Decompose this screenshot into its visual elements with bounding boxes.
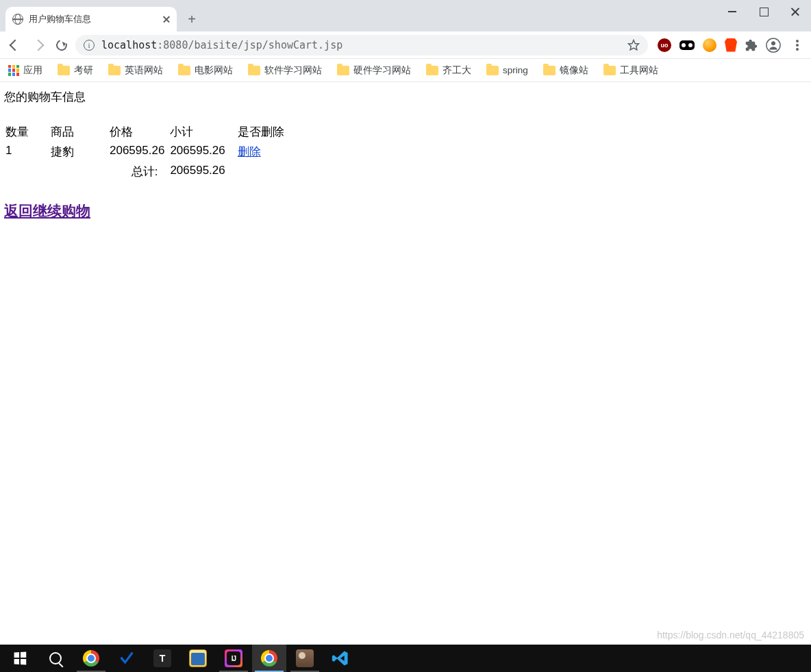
bookmark-folder-5[interactable]: 齐工大 [426,64,471,77]
site-info-icon[interactable]: i [84,40,95,51]
address-bar[interactable]: i localhost:8080/baisite/jsp/showCart.js… [75,35,648,55]
checkmark-icon [118,650,135,667]
table-header-row: 数量 商品 价格 小计 是否删除 [5,123,295,141]
extension-darkreader-icon[interactable] [679,40,695,50]
bookmark-label: 镜像站 [560,64,588,77]
nav-back-button[interactable] [5,36,25,55]
svg-point-2 [771,41,775,45]
taskbar-intellij[interactable] [216,645,251,672]
nav-reload-button[interactable] [52,36,71,55]
tab-title: 用户购物车信息 [29,13,158,25]
page-content: 您的购物车信息 数量 商品 价格 小计 是否删除 1 捷豹 206595.26 … [0,82,811,645]
folder-icon [178,66,190,75]
kebab-menu-icon[interactable] [796,44,799,47]
continue-shopping-link[interactable]: 返回继续购物 [4,201,90,221]
delete-link[interactable]: 删除 [238,145,261,158]
bookmark-label: 考研 [74,64,93,77]
windows-taskbar: T [0,645,811,672]
total-label: 总计: [110,162,169,181]
bookmark-label: 电影网站 [195,64,233,77]
taskbar-todo[interactable] [110,645,144,672]
svg-marker-0 [629,40,639,49]
folder-icon [58,66,70,75]
bookmark-label: 硬件学习网站 [353,64,411,77]
url-text: localhost:8080/baisite/jsp/showCart.jsp [101,39,342,51]
taskbar-chrome-2[interactable] [252,645,286,672]
folder-icon [426,66,438,75]
arrow-right-icon [33,39,45,51]
extensions-menu-icon[interactable] [745,39,758,51]
folder-icon [108,66,121,75]
apps-shortcut[interactable]: 应用 [8,64,42,77]
bookmark-folder-8[interactable]: 工具网站 [603,64,658,77]
extension-brave-icon[interactable] [725,38,737,52]
chrome-icon [261,650,277,667]
total-value: 206595.26 [170,162,236,181]
browser-toolbar: i localhost:8080/baisite/jsp/showCart.js… [0,32,811,59]
bookmark-label: 软件学习网站 [264,64,322,77]
bookmark-star-icon[interactable] [627,39,640,51]
extension-ublock-icon[interactable] [658,38,671,52]
profile-avatar-icon[interactable] [766,38,781,53]
bookmark-folder-3[interactable]: 软件学习网站 [248,64,322,77]
total-row: 总计: 206595.26 [5,162,295,181]
file-explorer-icon [189,649,207,667]
cell-qty: 1 [5,142,49,161]
arrow-left-icon [10,39,21,51]
cell-price: 206595.26 [110,142,169,161]
taskbar-sublime[interactable]: T [145,645,179,672]
folder-icon [486,66,499,75]
chrome-icon [83,650,99,667]
start-button[interactable] [3,645,37,672]
url-port: :8080 [157,39,188,51]
bookmark-folder-2[interactable]: 电影网站 [178,64,233,77]
col-product-header: 商品 [51,123,108,141]
new-tab-button[interactable]: + [182,10,201,29]
bookmark-folder-1[interactable]: 英语网站 [108,64,163,77]
extension-icons [652,38,806,53]
cell-subtotal: 206595.26 [170,142,236,161]
bookmark-folder-4[interactable]: 硬件学习网站 [337,64,411,77]
url-host: localhost [101,39,157,51]
page-heading: 您的购物车信息 [4,89,807,105]
cart-table: 数量 商品 价格 小计 是否删除 1 捷豹 206595.26 206595.2… [4,121,297,182]
gimp-icon [296,649,314,667]
bookmark-folder-7[interactable]: 镜像站 [543,64,588,77]
window-close-button[interactable] [779,0,811,23]
folder-icon [603,66,616,75]
url-path: /baisite/jsp/showCart.jsp [188,39,342,51]
windows-logo-icon [14,652,27,665]
bookmark-label: 工具网站 [620,64,658,77]
intellij-icon-wrap [225,649,242,667]
taskbar-gimp[interactable] [288,645,322,672]
apps-grid-icon [8,65,19,76]
window-minimize-button[interactable] [716,0,748,23]
globe-icon [12,14,23,25]
nav-forward-button[interactable] [29,36,48,55]
taskbar-search-button[interactable] [38,645,73,672]
browser-tab-active[interactable]: 用户购物车信息 [5,7,177,32]
bookmark-label: 齐工大 [442,64,471,77]
taskbar-explorer[interactable] [181,645,215,672]
bookmark-folder-0[interactable]: 考研 [58,64,93,77]
browser-tab-strip: 用户购物车信息 + [0,0,811,32]
search-icon [49,652,62,664]
window-maximize-button[interactable] [748,0,779,23]
taskbar-chrome-1[interactable] [74,645,108,672]
table-row: 1 捷豹 206595.26 206595.26 删除 [5,142,295,161]
taskbar-vscode[interactable] [323,645,358,672]
text-editor-icon: T [153,649,171,667]
folder-icon [337,66,349,75]
extension-tampermonkey-icon[interactable] [703,38,716,52]
watermark-text: https://blog.csdn.net/qq_44218805 [657,630,804,640]
apps-label: 应用 [23,64,42,77]
col-subtotal-header: 小计 [170,123,236,141]
bookmark-label: 英语网站 [125,64,163,77]
close-tab-icon[interactable] [163,16,170,23]
bookmark-label: spring [503,65,528,75]
cell-product: 捷豹 [51,142,108,161]
bookmark-folder-6[interactable]: spring [486,65,528,75]
folder-icon [248,66,260,75]
bookmarks-bar: 应用 考研 英语网站 电影网站 软件学习网站 硬件学习网站 齐工大 spring… [0,59,811,82]
intellij-icon [227,651,240,665]
